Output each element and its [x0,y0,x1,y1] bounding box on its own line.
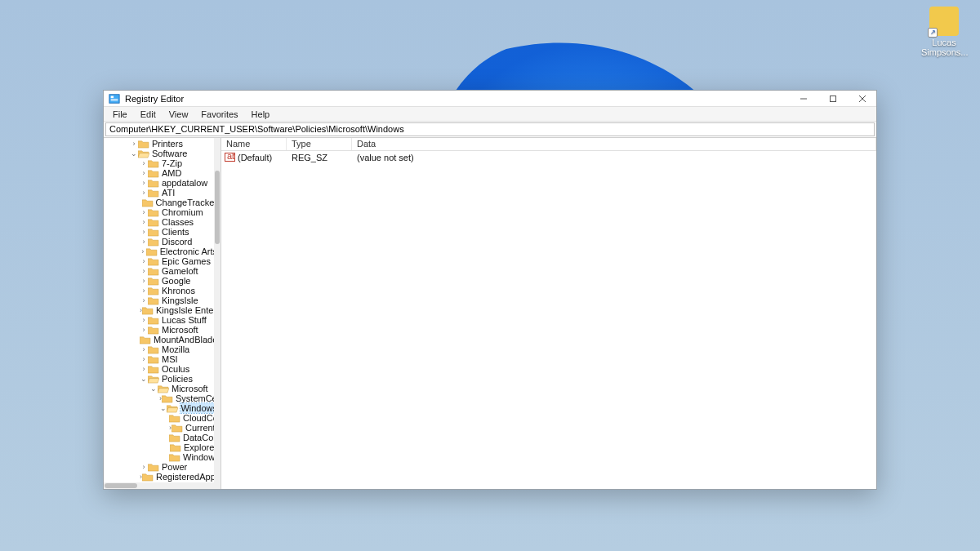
chevron-right-icon[interactable]: › [140,227,148,237]
menu-edit[interactable]: Edit [135,109,162,120]
tree-node[interactable]: ›MSI [104,354,220,364]
chevron-right-icon[interactable]: › [140,354,148,364]
tree-node[interactable]: ›Discord [104,237,220,247]
chevron-right-icon[interactable]: › [130,139,138,149]
tree-node-label: Microsoft [162,325,202,335]
folder-icon [169,414,180,423]
folder-open-icon [167,404,178,413]
chevron-right-icon[interactable]: › [140,462,148,472]
chevron-right-icon[interactable]: › [140,276,148,286]
minimize-button[interactable] [791,91,816,107]
tree-hscroll-thumb[interactable] [105,483,137,488]
tree-node[interactable]: CloudCont [104,413,220,423]
tree-node[interactable]: ›Chromium [104,207,220,217]
tree-node[interactable]: MountAndBladeWar [104,335,220,344]
tree-node[interactable]: ›AMD [104,168,220,178]
tree-node[interactable]: ›Classes [104,217,220,227]
tree-node[interactable]: ⌄Software [104,149,220,158]
values-pane[interactable]: Name Type Data ab (Default) REG_SZ (valu… [221,138,876,489]
tree-vscroll-thumb[interactable] [215,171,220,244]
tree-node[interactable]: ›appdatalow [104,178,220,188]
close-button[interactable] [850,91,875,107]
chevron-right-icon[interactable]: › [140,315,148,325]
tree-node[interactable]: ›Oculus [104,364,220,374]
chevron-down-icon[interactable]: ⌄ [149,384,158,393]
tree-node[interactable]: WindowsCo [104,452,220,462]
tree-node[interactable]: ⌄Microsoft [104,384,220,393]
chevron-right-icon[interactable]: › [140,237,148,247]
chevron-right-icon[interactable]: › [140,325,148,335]
tree-node[interactable]: ›Lucas Stuff [104,315,220,325]
tree-node-label: Software [152,149,190,158]
chevron-right-icon[interactable]: › [140,168,148,178]
col-header-name[interactable]: Name [221,138,287,150]
tree-node[interactable]: ›Epic Games [104,256,220,266]
chevron-right-icon[interactable]: › [140,247,146,256]
tree-node[interactable]: ›Power [104,462,220,472]
app-icon [109,93,120,104]
list-header[interactable]: Name Type Data [221,138,876,151]
tree-node[interactable]: ⌄Windows [104,403,220,413]
tree-node[interactable]: DataCollect [104,433,220,442]
tree-node[interactable]: ›ATI [104,188,220,198]
desktop-shortcut[interactable]: ↗ Lucas Simpsons... [921,7,967,57]
chevron-right-icon[interactable]: › [140,207,148,217]
tree-node[interactable]: ›Khronos [104,286,220,295]
tree-node[interactable]: ›7-Zip [104,158,220,168]
maximize-button[interactable] [821,91,845,107]
tree-node[interactable]: ›RegisteredApplicatio [104,472,220,482]
tree-node[interactable]: ›Clients [104,227,220,237]
chevron-down-icon[interactable]: ⌄ [159,403,167,413]
chevron-right-icon[interactable]: › [140,295,148,305]
menu-help[interactable]: Help [246,109,276,120]
menu-view[interactable]: View [163,109,194,120]
tree-node[interactable]: ›Google [104,276,220,286]
tree-pane[interactable]: ›Printers⌄Software›7-Zip›AMD›appdatalow›… [104,138,221,489]
tree-node-label: 7-Zip [162,158,185,168]
chevron-right-icon[interactable]: › [140,188,148,198]
tree-node[interactable]: ›Electronic Arts [104,247,220,256]
col-header-data[interactable]: Data [352,138,876,150]
folder-icon [148,345,159,354]
tree-node-label: Discord [162,237,195,247]
address-bar[interactable]: Computer\HKEY_CURRENT_USER\Software\Poli… [105,122,875,136]
chevron-right-icon[interactable]: › [140,344,148,354]
tree-node[interactable]: ›Mozilla [104,344,220,354]
titlebar[interactable]: Registry Editor [104,91,876,107]
tree-node[interactable]: ›KingsIsle Entertainm [104,305,220,315]
tree-node[interactable]: ›CurrentVers [104,423,220,433]
chevron-right-icon[interactable]: › [140,256,148,266]
chevron-right-icon[interactable]: › [140,364,148,374]
folder-open-icon [148,375,159,384]
tree-node[interactable]: Explorer [104,442,220,452]
tree-node[interactable]: ›KingsIsle [104,295,220,305]
menu-file[interactable]: File [107,109,133,120]
folder-icon [148,463,159,472]
tree-node-label: Microsoft [172,384,212,393]
tree-node-label: Policies [162,374,196,384]
chevron-right-icon[interactable]: › [140,178,148,188]
chevron-right-icon[interactable]: › [140,158,148,168]
tree-hscrollbar[interactable] [104,482,214,489]
menu-favorites[interactable]: Favorites [195,109,243,120]
tree-node[interactable]: ChangeTracker [104,198,220,207]
tree-node[interactable]: ›Gameloft [104,266,220,276]
tree-node[interactable]: ›Printers [104,139,220,149]
value-type: REG_SZ [287,153,352,162]
col-header-type[interactable]: Type [287,138,352,150]
chevron-right-icon[interactable]: › [140,217,148,227]
folder-icon [142,473,154,482]
chevron-right-icon[interactable]: › [140,266,148,276]
string-value-icon: ab [225,152,235,162]
chevron-right-icon[interactable]: › [140,286,148,295]
tree-node[interactable]: ›SystemCertific [104,393,220,403]
folder-icon [142,198,154,207]
chevron-down-icon[interactable]: ⌄ [140,374,148,384]
tree-node[interactable]: ›Microsoft [104,325,220,335]
tree-node[interactable]: ⌄Policies [104,374,220,384]
list-row[interactable]: ab (Default) REG_SZ (value not set) [221,151,876,163]
tree-node-label: Epic Games [162,256,214,266]
tree-vscrollbar[interactable] [214,138,220,489]
window-title: Registry Editor [125,94,786,104]
chevron-down-icon[interactable]: ⌄ [130,149,138,158]
